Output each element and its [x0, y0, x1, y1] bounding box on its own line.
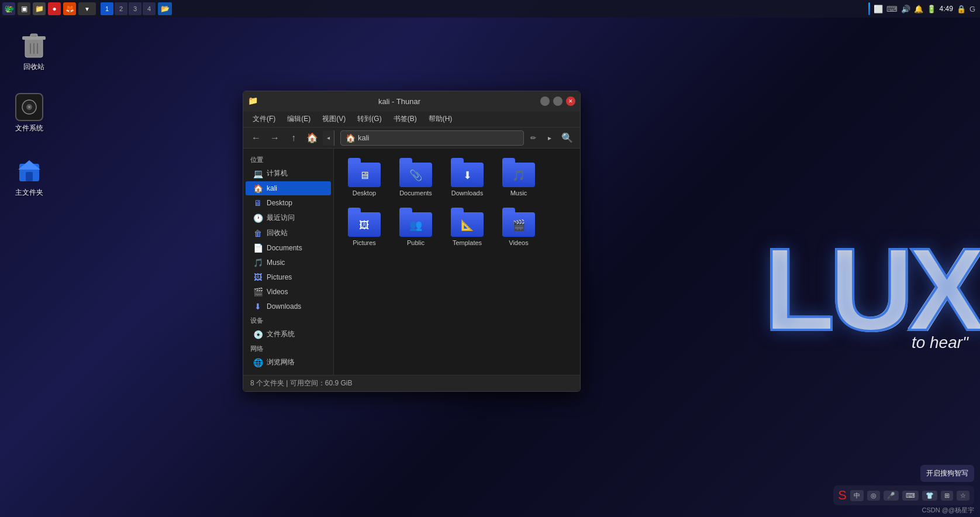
file-item-pictures[interactable]: 🖼 Pictures [341, 205, 388, 250]
sougou-chinese-btn[interactable]: 中 [850, 490, 864, 501]
forward-button[interactable]: → [267, 130, 283, 146]
location-next-button[interactable]: ▸ [543, 131, 557, 145]
sidebar-item-kali[interactable]: 🏠 kali [246, 181, 331, 195]
sidebar-recent-label: 最近访问 [267, 213, 295, 223]
battery-icon[interactable]: 🔋 [927, 5, 936, 13]
location-toggle-button[interactable]: ◂ [323, 130, 334, 146]
file-item-music[interactable]: 🎵 Music [495, 156, 542, 201]
file-item-desktop[interactable]: 🖥 Desktop [341, 156, 388, 201]
sidebar-item-music[interactable]: 🎵 Music [246, 256, 331, 270]
sidebar-filesystem-icon: 💿 [253, 330, 263, 339]
maximize-button[interactable] [553, 96, 563, 106]
sidebar-section-places: 位置 [243, 153, 333, 166]
workspace-4[interactable]: 4 [143, 2, 156, 15]
up-button[interactable]: ↑ [285, 130, 302, 146]
sidebar-videos-label: Videos [267, 288, 288, 296]
search-button[interactable]: 🔍 [559, 130, 575, 146]
status-bar: 8 个文件夹 | 可用空间：60.9 GiB [243, 375, 580, 391]
sidebar-network-label: 浏览网络 [267, 357, 295, 367]
nav-dropdown-icon[interactable]: ▼ [78, 2, 96, 15]
firefox-icon[interactable]: 🦊 [63, 2, 76, 15]
hear-decoration: to hear" [912, 333, 968, 352]
toolbar: ← → ↑ 🏠 ◂ 🏠 kali ✏ ▸ 🔍 [243, 127, 580, 149]
csdn-watermark: CSDN @@杨星宇 [922, 506, 974, 515]
recycle-bin-desktop-icon[interactable]: 回收站 [18, 29, 50, 74]
taskbar-right-section: ⬜ ⌨ 🔊 🔔 🔋 4:49 🔒 G [868, 2, 980, 15]
folder-icon-videos: 🎬 [502, 209, 535, 237]
terminal-icon[interactable]: ▣ [18, 2, 30, 15]
sougou-star-btn[interactable]: ☆ [957, 491, 969, 501]
g-icon[interactable]: G [969, 5, 975, 13]
sougou-prompt[interactable]: 开启搜狗智写 [920, 465, 974, 482]
file-item-downloads[interactable]: ⬇ Downloads [444, 156, 491, 201]
sidebar-item-desktop[interactable]: 🖥 Desktop [246, 196, 331, 210]
sidebar-item-computer[interactable]: 💻 计算机 [246, 166, 331, 181]
location-text: kali [358, 133, 370, 142]
taskbar: 🐲 ▣ 📁 ● 🦊 ▼ 1 2 3 4 📂 ⬜ [0, 0, 980, 18]
edit-location-button[interactable]: ✏ [526, 131, 540, 145]
menu-file[interactable]: 文件(F) [248, 112, 280, 126]
keyboard-icon[interactable]: ⌨ [886, 5, 898, 13]
menu-view[interactable]: 视图(V) [318, 112, 350, 126]
sidebar-kali-label: kali [267, 184, 277, 192]
menu-go[interactable]: 转到(G) [353, 112, 386, 126]
notification-icon[interactable]: 🔔 [914, 5, 923, 13]
sougou-grid-btn[interactable]: ⊞ [941, 491, 953, 501]
file-label-pictures: Pictures [353, 239, 376, 247]
sidebar-item-pictures[interactable]: 🖼 Pictures [246, 270, 331, 284]
folder-icon-documents: 📎 [399, 159, 432, 187]
kali-menu-icon[interactable]: 🐲 [2, 2, 15, 15]
folder-icon-public: 👥 [399, 209, 432, 237]
sidebar-item-filesystem[interactable]: 💿 文件系统 [246, 327, 331, 342]
home-desktop-icon[interactable]: 主文件夹 [13, 155, 46, 200]
thunar-taskbar-button[interactable]: 📂 [158, 2, 172, 15]
svg-rect-11 [26, 172, 33, 181]
workspace-3[interactable]: 3 [129, 2, 142, 15]
status-text: 8 个文件夹 | 可用空间：60.9 GiB [250, 378, 353, 388]
sidebar-item-trash[interactable]: 🗑 回收站 [246, 226, 331, 240]
file-label-public: Public [407, 239, 425, 247]
folder-icon-templates: 📐 [451, 209, 484, 237]
sidebar-item-documents[interactable]: 📄 Documents [246, 241, 331, 255]
network-indicator [868, 2, 870, 15]
volume-icon[interactable]: 🔊 [901, 5, 910, 13]
sougou-keyboard-btn[interactable]: ⌨ [902, 491, 919, 501]
display-icon[interactable]: ⬜ [874, 5, 883, 13]
files-icon[interactable]: 📁 [33, 2, 46, 15]
sidebar-section-network: 网络 [243, 342, 333, 354]
sougou-skin-btn[interactable]: 👕 [922, 491, 937, 501]
close-button[interactable]: ✕ [566, 96, 575, 106]
file-item-videos[interactable]: 🎬 Videos [495, 205, 542, 250]
file-item-templates[interactable]: 📐 Templates [444, 205, 491, 250]
sougou-dot-btn[interactable]: ◎ [867, 491, 880, 501]
file-grid: 🖥 Desktop 📎 Documents [334, 149, 580, 375]
sidebar-desktop-label: Desktop [267, 199, 292, 207]
sidebar-item-recent[interactable]: 🕐 最近访问 [246, 211, 331, 225]
sougou-s-icon: S [838, 488, 847, 503]
filesystem-desktop-icon[interactable]: 文件系统 [13, 91, 46, 136]
menu-help[interactable]: 帮助(H) [424, 112, 457, 126]
menu-bookmarks[interactable]: 书签(B) [389, 112, 422, 126]
file-item-public[interactable]: 👥 Public [392, 205, 439, 250]
minimize-button[interactable] [540, 96, 550, 106]
sidebar-network-icon: 🌐 [253, 358, 263, 367]
file-label-desktop: Desktop [353, 189, 376, 197]
sidebar-computer-label: 计算机 [267, 168, 288, 178]
sidebar-item-network[interactable]: 🌐 浏览网络 [246, 355, 331, 370]
workspace-1[interactable]: 1 [101, 2, 113, 15]
sidebar-section-devices: 设备 [243, 314, 333, 326]
sidebar-item-downloads[interactable]: ⬇ Downloads [246, 299, 331, 313]
sidebar-item-videos[interactable]: 🎬 Videos [246, 285, 331, 299]
sidebar-videos-icon: 🎬 [253, 287, 263, 297]
kali-icon[interactable]: ● [48, 2, 61, 15]
back-button[interactable]: ← [248, 130, 264, 146]
home-button[interactable]: 🏠 [304, 130, 320, 146]
sidebar-pictures-icon: 🖼 [253, 273, 263, 282]
sidebar-music-icon: 🎵 [253, 258, 263, 267]
workspace-2[interactable]: 2 [115, 2, 127, 15]
file-label-music: Music [510, 189, 527, 197]
lock-icon[interactable]: 🔒 [957, 5, 966, 13]
menu-edit[interactable]: 编辑(E) [282, 112, 315, 126]
sougou-mic-btn[interactable]: 🎤 [884, 491, 899, 501]
file-item-documents[interactable]: 📎 Documents [392, 156, 439, 201]
